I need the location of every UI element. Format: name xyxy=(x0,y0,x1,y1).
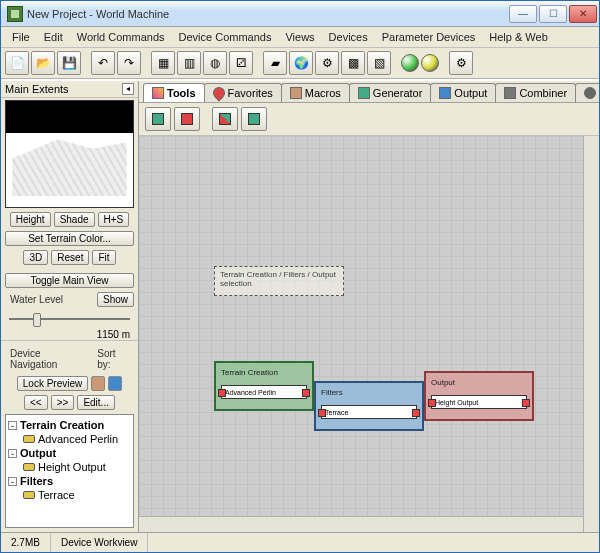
titlebar[interactable]: New Project - World Machine — ☐ ✕ xyxy=(1,1,599,27)
tool-mesh[interactable]: ▩ xyxy=(341,51,365,75)
tree-group[interactable]: Terrain Creation xyxy=(20,419,104,431)
side-panel: Main Extents ◂ Height Shade H+S Set Terr… xyxy=(1,81,139,532)
tool-layout[interactable]: ▦ xyxy=(151,51,175,75)
status-orb-green[interactable] xyxy=(401,54,419,72)
tree-item[interactable]: Height Output xyxy=(38,461,106,473)
status-orb-yellow[interactable] xyxy=(421,54,439,72)
tool-3d[interactable]: ◍ xyxy=(203,51,227,75)
tree-item[interactable]: Terrace xyxy=(38,489,75,501)
tab-output[interactable]: Output xyxy=(430,83,496,102)
fit-button[interactable]: Fit xyxy=(92,250,115,265)
tree-expand-icon[interactable]: - xyxy=(8,477,17,486)
shade-button[interactable]: Shade xyxy=(54,212,95,227)
water-slider[interactable] xyxy=(9,311,130,327)
minimize-button[interactable]: — xyxy=(509,5,537,23)
nav-next-button[interactable]: >> xyxy=(51,395,75,410)
generator-icon xyxy=(358,87,370,99)
selection-box[interactable]: Terrain Creation / Filters / Output sele… xyxy=(214,266,344,296)
menu-views[interactable]: Views xyxy=(278,29,321,45)
tool-gear[interactable]: ⚙ xyxy=(315,51,339,75)
main-toolbar: 📄 📂 💾 ↶ ↷ ▦ ▥ ◍ ⚂ ▰ 🌍 ⚙ ▩ ▧ ⚙ xyxy=(1,48,599,79)
tool-blank[interactable] xyxy=(241,107,267,131)
menu-file[interactable]: File xyxy=(5,29,37,45)
node-icon xyxy=(23,491,35,499)
sort-icon-2[interactable] xyxy=(108,376,122,391)
tree-group[interactable]: Output xyxy=(20,447,56,459)
panel-collapse-icon[interactable]: ◂ xyxy=(122,83,134,95)
show-button[interactable]: Show xyxy=(97,292,134,307)
height-button[interactable]: Height xyxy=(10,212,51,227)
tab-filter[interactable]: Filte xyxy=(575,83,599,102)
menubar: File Edit World Commands Device Commands… xyxy=(1,27,599,48)
tools-toolbar xyxy=(139,103,599,136)
combiner-icon xyxy=(504,87,516,99)
water-label: Water Level xyxy=(5,292,68,307)
tab-macros[interactable]: Macros xyxy=(281,83,350,102)
undo-button[interactable]: ↶ xyxy=(91,51,115,75)
menu-device[interactable]: Device Commands xyxy=(172,29,279,45)
tool-overlay[interactable] xyxy=(212,107,238,131)
device-tree[interactable]: -Terrain Creation Advanced Perlin -Outpu… xyxy=(5,414,134,528)
hs-button[interactable]: H+S xyxy=(98,212,130,227)
panel-title: Main Extents xyxy=(5,83,122,95)
tool-group[interactable] xyxy=(174,107,200,131)
tab-generator[interactable]: Generator xyxy=(349,83,432,102)
tree-group[interactable]: Filters xyxy=(20,475,53,487)
tab-tools[interactable]: Tools xyxy=(143,83,205,102)
tool-dice[interactable]: ⚂ xyxy=(229,51,253,75)
node-chip[interactable]: Height Output xyxy=(431,395,527,409)
tool-terrain[interactable]: ▰ xyxy=(263,51,287,75)
sort-icon-1[interactable] xyxy=(91,376,105,391)
terrain-preview[interactable] xyxy=(5,100,134,208)
toggle-view-button[interactable]: Toggle Main View xyxy=(5,273,134,288)
3d-button[interactable]: 3D xyxy=(23,250,48,265)
reset-button[interactable]: Reset xyxy=(51,250,89,265)
horizontal-scrollbar[interactable] xyxy=(139,516,583,532)
menu-world[interactable]: World Commands xyxy=(70,29,172,45)
devnav-label: Device Navigation xyxy=(5,346,89,372)
set-color-button[interactable]: Set Terrain Color... xyxy=(5,231,134,246)
edit-button[interactable]: Edit... xyxy=(77,395,115,410)
save-button[interactable]: 💾 xyxy=(57,51,81,75)
workview-canvas[interactable]: Terrain Creation / Filters / Output sele… xyxy=(139,136,599,532)
tool-select[interactable] xyxy=(145,107,171,131)
menu-param[interactable]: Parameter Devices xyxy=(375,29,483,45)
new-button[interactable]: 📄 xyxy=(5,51,29,75)
vertical-scrollbar[interactable] xyxy=(583,136,599,532)
tool-settings[interactable]: ⚙ xyxy=(449,51,473,75)
node-chip[interactable]: Advanced Perlin xyxy=(221,385,307,399)
open-button[interactable]: 📂 xyxy=(31,51,55,75)
tree-expand-icon[interactable]: - xyxy=(8,421,17,430)
node-output[interactable]: Output Height Output xyxy=(424,371,534,421)
nav-prev-button[interactable]: << xyxy=(24,395,48,410)
maximize-button[interactable]: ☐ xyxy=(539,5,567,23)
device-tabs: Tools Favorites Macros Generator Output … xyxy=(139,81,599,103)
tree-item[interactable]: Advanced Perlin xyxy=(38,433,118,445)
window-title: New Project - World Machine xyxy=(27,8,509,20)
menu-devices[interactable]: Devices xyxy=(322,29,375,45)
tool-explorer[interactable]: ▥ xyxy=(177,51,201,75)
tree-expand-icon[interactable]: - xyxy=(8,449,17,458)
node-chip[interactable]: Terrace xyxy=(321,405,417,419)
node-filter[interactable]: Filters Terrace xyxy=(314,381,424,431)
tool-export[interactable]: ▧ xyxy=(367,51,391,75)
lock-preview-button[interactable]: Lock Preview xyxy=(17,376,88,391)
tab-combiner[interactable]: Combiner xyxy=(495,83,576,102)
redo-button[interactable]: ↷ xyxy=(117,51,141,75)
tools-icon xyxy=(152,87,164,99)
menu-help[interactable]: Help & Web xyxy=(482,29,555,45)
filter-icon xyxy=(584,87,596,99)
close-button[interactable]: ✕ xyxy=(569,5,597,23)
app-icon xyxy=(7,6,23,22)
tab-favorites[interactable]: Favorites xyxy=(204,83,282,102)
menu-edit[interactable]: Edit xyxy=(37,29,70,45)
heart-icon xyxy=(210,85,227,102)
statusbar: 2.7MB Device Workview xyxy=(1,532,599,552)
sortby-label: Sort by: xyxy=(92,346,134,372)
status-view: Device Workview xyxy=(51,533,149,552)
tool-earth[interactable]: 🌍 xyxy=(289,51,313,75)
output-icon xyxy=(439,87,451,99)
node-terrain[interactable]: Terrain Creation Advanced Perlin xyxy=(214,361,314,411)
node-icon xyxy=(23,463,35,471)
water-value: 1150 m xyxy=(1,329,138,340)
